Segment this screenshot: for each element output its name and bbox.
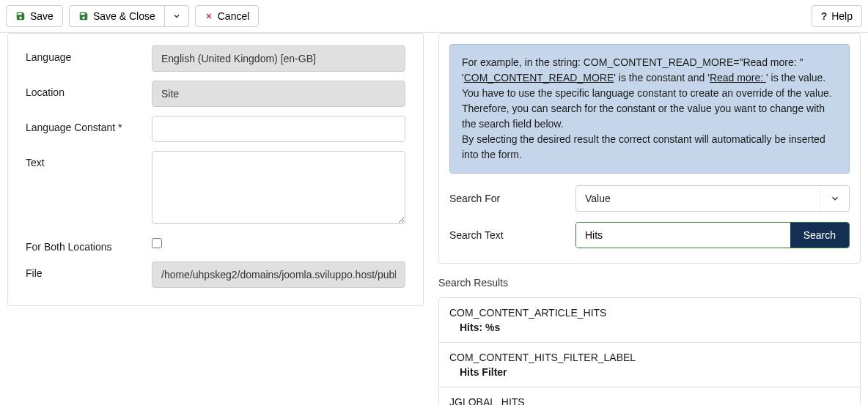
info-value-underline: Read more:	[710, 72, 766, 83]
row-search-for: Search For Value	[449, 185, 850, 212]
text-label: Text	[26, 151, 152, 168]
search-text-input[interactable]	[576, 223, 790, 248]
row-constant: Language Constant *	[26, 116, 405, 142]
file-label: File	[26, 261, 152, 279]
search-for-select[interactable]: Value	[575, 185, 850, 212]
info-line-2: 'COM_CONTENT_READ_MORE' is the constant …	[462, 70, 837, 86]
info-line-4: By selecting the desired result the corr…	[462, 132, 837, 163]
cancel-label: Cancel	[218, 10, 250, 22]
row-file: File	[26, 261, 405, 288]
help-icon: ?	[821, 10, 828, 22]
help-button[interactable]: ? Help	[812, 5, 862, 27]
cancel-button[interactable]: Cancel	[195, 5, 260, 27]
row-search-text: Search Text Search	[449, 222, 850, 248]
language-label: Language	[26, 45, 152, 63]
language-field	[152, 45, 405, 72]
chevron-down-icon	[820, 186, 849, 211]
search-for-value: Value	[585, 193, 611, 204]
save-close-group: Save & Close	[69, 5, 189, 27]
search-results-heading: Search Results	[438, 277, 861, 289]
info-line-3: You have to use the specific language co…	[462, 86, 837, 132]
result-constant: COM_CONTENT_ARTICLE_HITS	[449, 307, 850, 319]
search-input-group: Search	[575, 222, 850, 248]
result-item[interactable]: COM_CONTENT_ARTICLE_HITS Hits: %s	[439, 298, 860, 343]
result-item[interactable]: COM_CONTENT_HITS_FILTER_LABEL Hits Filte…	[439, 343, 860, 387]
result-constant: JGLOBAL_HITS	[449, 396, 850, 405]
override-form-card: Language Location Language Constant * Te…	[7, 33, 424, 306]
both-locations-checkbox[interactable]	[152, 238, 162, 248]
file-field	[152, 261, 405, 288]
info-line-1: For example, in the string: COM_CONTENT_…	[462, 55, 837, 70]
save-icon	[15, 11, 26, 21]
result-item[interactable]: JGLOBAL_HITS Hits	[439, 387, 860, 405]
row-location: Location	[26, 81, 405, 107]
both-locations-label: For Both Locations	[26, 235, 152, 253]
search-text-label: Search Text	[449, 229, 575, 241]
row-language: Language	[26, 45, 405, 72]
constant-field[interactable]	[152, 116, 405, 142]
chevron-down-icon	[172, 12, 181, 21]
toolbar: Save Save & Close Cancel ? Help	[0, 0, 868, 33]
result-constant: COM_CONTENT_HITS_FILTER_LABEL	[449, 352, 850, 363]
results-list: COM_CONTENT_ARTICLE_HITS Hits: %s COM_CO…	[438, 297, 861, 405]
search-button[interactable]: Search	[790, 223, 849, 248]
search-for-label: Search For	[449, 193, 575, 204]
help-label: Help	[831, 10, 853, 22]
info-box: For example, in the string: COM_CONTENT_…	[449, 44, 850, 174]
location-field	[152, 81, 405, 107]
content: Language Location Language Constant * Te…	[0, 33, 868, 405]
text-field[interactable]	[152, 151, 405, 224]
location-label: Location	[26, 81, 152, 98]
right-column: For example, in the string: COM_CONTENT_…	[438, 33, 861, 405]
save-icon	[78, 11, 89, 21]
result-value: Hits: %s	[449, 322, 850, 333]
row-both: For Both Locations	[26, 235, 405, 253]
save-label: Save	[30, 10, 54, 22]
constant-label: Language Constant *	[26, 116, 152, 133]
search-card: For example, in the string: COM_CONTENT_…	[438, 33, 861, 264]
save-close-button[interactable]: Save & Close	[69, 5, 165, 27]
info-constant-underline: COM_CONTENT_READ_MORE	[464, 72, 614, 83]
save-button[interactable]: Save	[6, 5, 63, 27]
result-value: Hits Filter	[449, 366, 850, 378]
save-close-label: Save & Close	[93, 10, 155, 22]
save-close-dropdown-button[interactable]	[165, 5, 189, 27]
left-column: Language Location Language Constant * Te…	[7, 33, 424, 405]
row-text: Text	[26, 151, 405, 226]
cancel-icon	[205, 12, 213, 21]
